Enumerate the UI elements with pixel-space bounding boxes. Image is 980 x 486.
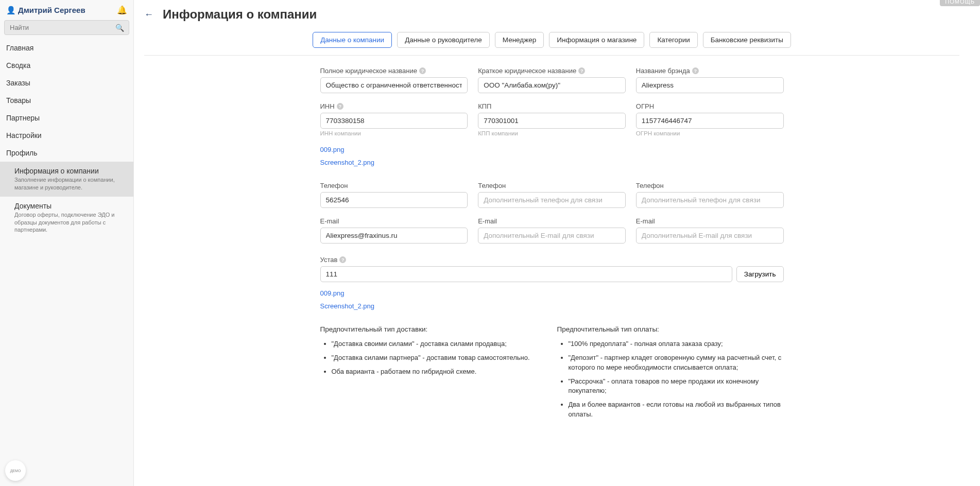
sidebar-sub-documents[interactable]: Документы Договор оферты, подключение ЭД… bbox=[0, 197, 133, 239]
list-item: "Депозит" - партнер кладет оговоренную с… bbox=[569, 353, 784, 373]
hint-ogrn: ОГРН компании bbox=[636, 130, 784, 136]
sub-desc: Заполнение информации о компании, магази… bbox=[14, 176, 127, 192]
user-name-text: Дмитрий Сергеев bbox=[18, 6, 85, 14]
help-icon[interactable]: ? bbox=[339, 256, 346, 263]
input-phone-1[interactable] bbox=[320, 192, 468, 208]
input-email-1[interactable] bbox=[320, 228, 468, 244]
sub-title: Информация о компании bbox=[14, 167, 127, 175]
label-brand: Название брэнда bbox=[636, 67, 690, 75]
page-title: Информация о компании bbox=[163, 7, 317, 22]
nav-item[interactable]: Профиль bbox=[0, 144, 133, 162]
sidebar-sub-company-info[interactable]: Информация о компании Заполнение информа… bbox=[0, 162, 133, 197]
upload-button[interactable]: Загрузить bbox=[736, 266, 784, 282]
label-phone: Телефон bbox=[636, 182, 664, 189]
tabs: Данные о компанииДанные о руководителеМе… bbox=[144, 32, 959, 56]
label-kpp: КПП bbox=[478, 102, 491, 110]
file-link[interactable]: Screenshot_2.png bbox=[320, 159, 784, 166]
label-email: E-mail bbox=[320, 217, 339, 225]
label-email: E-mail bbox=[478, 217, 497, 225]
label-full-name: Полное юридическое название bbox=[320, 67, 418, 75]
nav-item[interactable]: Товары bbox=[0, 92, 133, 109]
payment-list: "100% предоплата" - полная оплата заказа… bbox=[557, 339, 784, 420]
label-ustav: Устав bbox=[320, 256, 338, 264]
tab[interactable]: Информация о магазине bbox=[549, 32, 644, 48]
sub-desc: Договор оферты, подключение ЭДО и образц… bbox=[14, 211, 127, 234]
tab[interactable]: Банковские реквизиты bbox=[703, 32, 791, 48]
input-email-2[interactable] bbox=[478, 228, 626, 244]
hint-inn: ИНН компании bbox=[320, 130, 468, 136]
search-icon[interactable]: 🔍 bbox=[115, 24, 124, 32]
hint-kpp: КПП компании bbox=[478, 130, 626, 136]
label-phone: Телефон bbox=[320, 182, 348, 189]
tab[interactable]: Категории bbox=[649, 32, 697, 48]
help-icon[interactable]: ? bbox=[337, 103, 343, 110]
help-icon[interactable]: ? bbox=[578, 67, 585, 74]
user-name[interactable]: 👤 Дмитрий Сергеев bbox=[6, 6, 85, 15]
nav-item[interactable]: Заказы bbox=[0, 74, 133, 92]
tab[interactable]: Данные о компании bbox=[313, 32, 392, 48]
nav-item[interactable]: Главная bbox=[0, 39, 133, 57]
label-email: E-mail bbox=[636, 217, 655, 225]
input-phone-3[interactable] bbox=[636, 192, 784, 208]
input-ustav[interactable] bbox=[320, 266, 732, 282]
label-ogrn: ОГРН bbox=[636, 102, 654, 110]
sidebar-nav: ГлавнаяСводкаЗаказыТоварыПартнерыНастрой… bbox=[0, 39, 133, 162]
demo-badge[interactable]: ДЕМО bbox=[5, 460, 26, 481]
sub-title: Документы bbox=[14, 202, 127, 210]
help-icon[interactable]: ? bbox=[419, 67, 426, 74]
nav-item[interactable]: Партнеры bbox=[0, 109, 133, 127]
list-item: "Рассрочка" - оплата товаров по мере про… bbox=[569, 377, 784, 396]
list-item: Оба варианта - работаем по гибридной схе… bbox=[332, 367, 547, 377]
list-item: "Доставка своими силами" - доставка сила… bbox=[332, 339, 547, 349]
list-item: "100% предоплата" - полная оплата заказа… bbox=[569, 339, 784, 349]
sidebar-header: 👤 Дмитрий Сергеев 🔔 bbox=[0, 0, 133, 20]
nav-item[interactable]: Настройки bbox=[0, 127, 133, 144]
input-short-name[interactable] bbox=[478, 77, 626, 93]
input-inn[interactable] bbox=[320, 113, 468, 129]
delivery-list: "Доставка своими силами" - доставка сила… bbox=[320, 339, 547, 377]
nav-item[interactable]: Сводка bbox=[0, 57, 133, 74]
label-short-name: Краткое юридическое название bbox=[478, 67, 576, 75]
back-icon[interactable]: ← bbox=[144, 9, 153, 20]
input-phone-2[interactable] bbox=[478, 192, 626, 208]
label-phone: Телефон bbox=[478, 182, 506, 189]
file-link[interactable]: 009.png bbox=[320, 146, 784, 153]
input-full-name[interactable] bbox=[320, 77, 468, 93]
delivery-heading: Предпочтительный тип доставки: bbox=[320, 325, 547, 333]
list-item: "Доставка силами партнера" - доставим то… bbox=[332, 353, 547, 363]
input-ogrn[interactable] bbox=[636, 113, 784, 129]
tab[interactable]: Менеджер bbox=[495, 32, 544, 48]
main-content: ПОМОЩЬ ← Информация о компании Данные о … bbox=[134, 0, 980, 486]
tab[interactable]: Данные о руководителе bbox=[397, 32, 490, 48]
list-item: Два и более вариантов - если готовы на л… bbox=[569, 400, 784, 420]
help-button[interactable]: ПОМОЩЬ bbox=[940, 0, 980, 6]
user-icon: 👤 bbox=[6, 6, 16, 15]
input-kpp[interactable] bbox=[478, 113, 626, 129]
search-input[interactable] bbox=[4, 20, 129, 35]
file-link[interactable]: 009.png bbox=[320, 289, 784, 297]
payment-heading: Предпочтительный тип оплаты: bbox=[557, 325, 784, 333]
input-brand[interactable] bbox=[636, 77, 784, 93]
input-email-3[interactable] bbox=[636, 228, 784, 244]
sidebar: 👤 Дмитрий Сергеев 🔔 🔍 ГлавнаяСводкаЗаказ… bbox=[0, 0, 134, 486]
help-icon[interactable]: ? bbox=[692, 67, 699, 74]
file-link[interactable]: Screenshot_2.png bbox=[320, 302, 784, 310]
bell-icon[interactable]: 🔔 bbox=[117, 5, 127, 15]
label-inn: ИНН bbox=[320, 102, 335, 110]
